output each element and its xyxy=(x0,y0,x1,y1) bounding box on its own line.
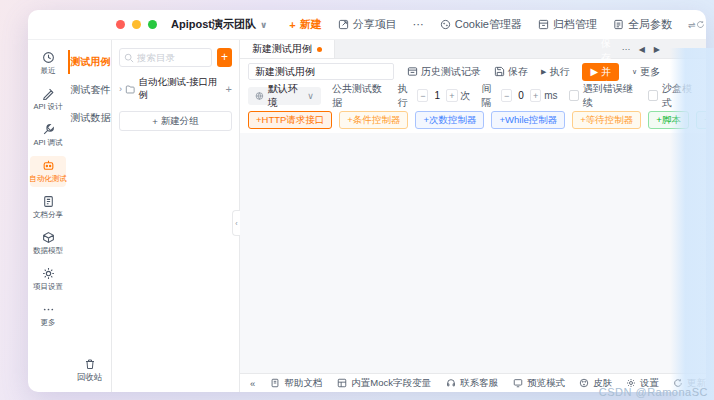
tree-folder-label: 自动化测试-接口用例 xyxy=(138,76,222,102)
global-params-button[interactable]: 全局参数 xyxy=(613,17,672,32)
automation-nav: 测试用例 测试套件 测试数据 回收站 xyxy=(68,40,112,392)
component-toolbar: +HTTP请求接口 +条件控制器 +次数控制器 +While控制器 +等待控制器… xyxy=(240,107,706,133)
expand-chevron-icon[interactable]: › xyxy=(119,84,122,94)
rail-item-automation[interactable]: 自动化测试 xyxy=(30,156,66,187)
watermark: CSDN @RamonaSC xyxy=(599,386,708,398)
add-case-button[interactable]: + xyxy=(217,48,232,67)
tab-scroll-right-icon[interactable]: ▶ xyxy=(654,45,660,54)
rail-item-api-design[interactable]: API 设计 xyxy=(30,84,66,115)
nav-tab-test-suites[interactable]: 测试套件 xyxy=(68,78,111,102)
preview-mode-button[interactable]: 预览模式 xyxy=(513,377,565,390)
tab-new-test-case[interactable]: 新建测试用例 xyxy=(240,40,335,58)
new-group-button[interactable]: + 新建分组 xyxy=(119,111,232,131)
swap-arrows-icon: ⇌ xyxy=(688,20,696,30)
window-controls[interactable] xyxy=(116,20,157,29)
chevron-down-icon: ∨ xyxy=(307,91,314,101)
rail-item-data-model[interactable]: 数据模型 xyxy=(30,228,66,259)
nav-tab-test-data[interactable]: 测试数据 xyxy=(68,106,111,130)
plus-button[interactable]: + xyxy=(530,89,541,102)
exec-count-value[interactable]: 1 xyxy=(431,90,443,101)
tree-folder-row[interactable]: › 自动化测试-接口用例 + xyxy=(119,76,232,102)
archive-manager-button[interactable]: 归档管理 xyxy=(538,17,597,32)
globe-icon xyxy=(255,91,264,101)
unsaved-dot-icon xyxy=(317,47,322,52)
tab-scroll-left-icon[interactable]: ◀ xyxy=(639,45,645,54)
recycle-bin-button[interactable]: 回收站 xyxy=(68,358,111,384)
add-http-request-button[interactable]: +HTTP请求接口 xyxy=(248,111,332,129)
import-export-button[interactable]: ⇌ xyxy=(688,20,696,30)
rail-item-api-debug[interactable]: API 调试 xyxy=(30,120,66,151)
add-script-button[interactable]: +脚本 xyxy=(648,111,689,129)
nav-tab-test-cases[interactable]: 测试用例 xyxy=(68,50,111,74)
plus-button[interactable]: + xyxy=(446,89,457,102)
cookie-manager-button[interactable]: Cookie管理器 xyxy=(440,17,522,32)
doc-share-icon xyxy=(42,195,55,208)
params-icon xyxy=(613,19,624,30)
design-icon xyxy=(42,87,55,100)
plus-icon: + xyxy=(289,19,295,31)
sandbox-mode-checkbox[interactable]: 沙盒模式 xyxy=(648,82,698,110)
team-switcher[interactable]: Apipost演示团队 ∨ xyxy=(171,17,267,32)
mock-grid-icon xyxy=(337,378,347,388)
share-project-button[interactable]: 分享项目 xyxy=(338,17,397,32)
mock-variables-button[interactable]: 内置Mock字段变量 xyxy=(337,377,431,390)
refresh-icon[interactable] xyxy=(696,18,705,31)
add-assert-button[interactable]: +全局断言 xyxy=(696,111,706,129)
run-config-row: 默认环境 ∨ 公共测试数据 执行 − 1 + 次 间隔 − 0 + ms xyxy=(240,84,706,107)
minus-button[interactable]: − xyxy=(501,89,512,102)
tree-search[interactable] xyxy=(119,48,212,67)
add-condition-controller-button[interactable]: +条件控制器 xyxy=(339,111,408,129)
headset-icon xyxy=(446,378,456,388)
history-button[interactable]: 历史测试记录 xyxy=(407,65,481,79)
minimize-window-icon[interactable] xyxy=(132,20,141,29)
continue-on-error-checkbox[interactable]: 遇到错误继续 xyxy=(569,82,637,110)
save-and-run-button[interactable]: ▶ 保存并执行 xyxy=(582,63,619,81)
checkbox-icon[interactable] xyxy=(648,90,658,101)
titlebar-overflow-button[interactable]: ⋯ xyxy=(413,18,424,31)
interval-stepper: 间隔 − 0 + ms xyxy=(482,82,558,110)
public-test-data-link[interactable]: 公共测试数据 xyxy=(332,82,387,110)
more-actions-button[interactable]: ∨ 更多 xyxy=(632,65,660,79)
document-tabbar: 新建测试用例 ⋯ ◀ ▶ xyxy=(240,40,706,59)
plus-icon: + xyxy=(152,116,158,127)
help-docs-button[interactable]: 帮助文档 xyxy=(270,377,322,390)
environment-select[interactable]: 默认环境 ∨ xyxy=(248,87,321,105)
tab-overflow-icon[interactable]: ⋯ xyxy=(622,45,630,54)
orchestration-canvas[interactable] xyxy=(240,133,706,373)
app-window: Apipost演示团队 ∨ + 新建 分享项目 ⋯ Cookie管理器 归档管理… xyxy=(28,10,706,392)
collapse-sidebar-button[interactable]: « xyxy=(250,378,255,389)
rail-item-recent[interactable]: 最近 xyxy=(30,48,66,79)
rail-item-more[interactable]: 更多 xyxy=(30,300,66,331)
add-wait-controller-button[interactable]: +等待控制器 xyxy=(572,111,641,129)
cube-icon xyxy=(42,231,55,244)
trash-icon xyxy=(84,358,96,370)
panel-collapse-handle[interactable]: ‹ xyxy=(232,210,240,236)
contact-support-button[interactable]: 联系客服 xyxy=(446,377,498,390)
case-tree-panel: + › 自动化测试-接口用例 + + 新建分组 ‹ xyxy=(112,40,240,392)
close-window-icon[interactable] xyxy=(116,20,125,29)
rail-item-doc-share[interactable]: 文档分享 xyxy=(30,192,66,223)
add-loop-controller-button[interactable]: +次数控制器 xyxy=(415,111,484,129)
more-dots-icon xyxy=(42,303,55,316)
play-icon: ▶ xyxy=(590,66,598,77)
wrench-icon xyxy=(42,123,55,136)
case-name-input[interactable] xyxy=(248,63,394,80)
new-button[interactable]: + 新建 xyxy=(289,17,321,32)
folder-icon xyxy=(125,84,135,95)
archive-icon xyxy=(538,19,549,30)
rail-item-project-settings[interactable]: 项目设置 xyxy=(30,264,66,295)
maximize-window-icon[interactable] xyxy=(148,20,157,29)
case-header: 历史测试记录 保存 ▶ 执行 ▶ 保存并执行 ∨ xyxy=(240,59,706,84)
run-button[interactable]: ▶ 执行 xyxy=(541,65,569,79)
folder-add-icon[interactable]: + xyxy=(226,83,232,95)
share-icon xyxy=(338,19,349,30)
play-icon: ▶ xyxy=(541,68,546,76)
search-icon xyxy=(124,53,134,63)
search-input[interactable] xyxy=(137,52,207,63)
checkbox-icon[interactable] xyxy=(569,90,579,101)
save-button[interactable]: 保存 xyxy=(494,65,528,79)
automation-icon xyxy=(42,159,55,172)
interval-value[interactable]: 0 xyxy=(515,90,527,101)
minus-button[interactable]: − xyxy=(417,89,428,102)
add-while-controller-button[interactable]: +While控制器 xyxy=(491,111,565,129)
